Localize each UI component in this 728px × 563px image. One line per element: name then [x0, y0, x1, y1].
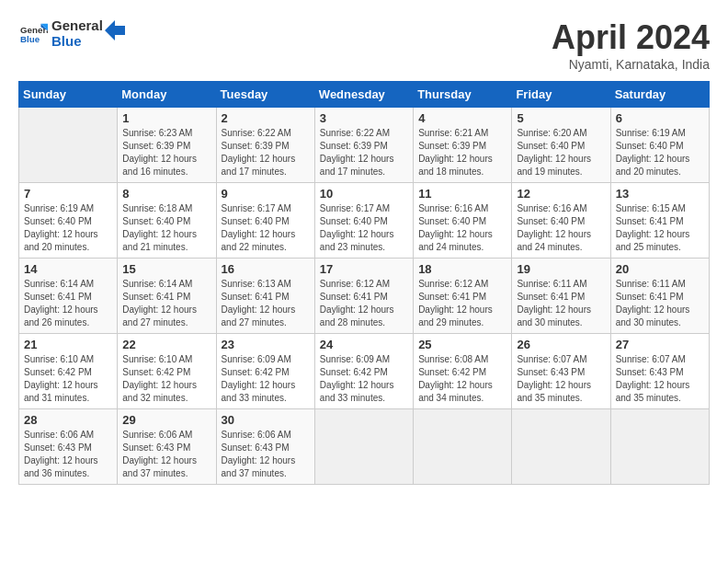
calendar-cell: 9Sunrise: 6:17 AM Sunset: 6:40 PM Daylig… [216, 183, 314, 259]
logo-general-text: General [51, 18, 103, 34]
day-number: 12 [517, 187, 605, 201]
day-header-tuesday: Tuesday [216, 82, 314, 108]
calendar-week-row: 28Sunrise: 6:06 AM Sunset: 6:43 PM Dayli… [19, 409, 710, 485]
day-info: Sunrise: 6:13 AM Sunset: 6:41 PM Dayligh… [222, 278, 310, 329]
logo-arrow-icon [105, 20, 125, 40]
calendar-cell: 20Sunrise: 6:11 AM Sunset: 6:41 PM Dayli… [610, 259, 709, 334]
calendar-cell: 10Sunrise: 6:17 AM Sunset: 6:40 PM Dayli… [314, 183, 413, 259]
day-number: 27 [616, 338, 704, 351]
calendar-week-row: 7Sunrise: 6:19 AM Sunset: 6:40 PM Daylig… [19, 183, 710, 259]
day-info: Sunrise: 6:09 AM Sunset: 6:42 PM Dayligh… [320, 353, 408, 405]
calendar-cell: 2Sunrise: 6:22 AM Sunset: 6:39 PM Daylig… [216, 108, 314, 183]
calendar-cell: 14Sunrise: 6:14 AM Sunset: 6:41 PM Dayli… [19, 259, 118, 334]
day-info: Sunrise: 6:19 AM Sunset: 6:40 PM Dayligh… [24, 202, 112, 254]
day-info: Sunrise: 6:15 AM Sunset: 6:41 PM Dayligh… [616, 202, 704, 254]
day-info: Sunrise: 6:07 AM Sunset: 6:43 PM Dayligh… [616, 353, 704, 405]
day-number: 20 [616, 262, 704, 276]
calendar-cell: 6Sunrise: 6:19 AM Sunset: 6:40 PM Daylig… [610, 108, 709, 183]
day-number: 10 [320, 187, 408, 201]
calendar-cell: 17Sunrise: 6:12 AM Sunset: 6:41 PM Dayli… [314, 259, 413, 334]
logo: General Blue General Blue [18, 18, 125, 49]
day-header-sunday: Sunday [19, 82, 118, 108]
calendar-cell: 16Sunrise: 6:13 AM Sunset: 6:41 PM Dayli… [216, 259, 314, 334]
calendar-week-row: 1Sunrise: 6:23 AM Sunset: 6:39 PM Daylig… [19, 108, 710, 183]
day-number: 19 [517, 262, 605, 276]
calendar-cell [314, 409, 413, 485]
calendar-week-row: 14Sunrise: 6:14 AM Sunset: 6:41 PM Dayli… [19, 259, 710, 334]
page-header: General Blue General Blue April 2024 Nya… [18, 18, 710, 72]
calendar-cell: 12Sunrise: 6:16 AM Sunset: 6:40 PM Dayli… [512, 183, 610, 259]
day-header-wednesday: Wednesday [314, 82, 413, 108]
day-info: Sunrise: 6:12 AM Sunset: 6:41 PM Dayligh… [418, 278, 506, 329]
day-number: 30 [222, 413, 310, 427]
day-info: Sunrise: 6:11 AM Sunset: 6:41 PM Dayligh… [517, 278, 605, 329]
day-header-thursday: Thursday [414, 82, 512, 108]
day-number: 6 [616, 111, 704, 125]
title-area: April 2024 Nyamti, Karnataka, India [552, 18, 710, 72]
calendar-week-row: 21Sunrise: 6:10 AM Sunset: 6:42 PM Dayli… [19, 334, 710, 409]
day-info: Sunrise: 6:12 AM Sunset: 6:41 PM Dayligh… [320, 278, 408, 329]
day-info: Sunrise: 6:20 AM Sunset: 6:40 PM Dayligh… [517, 127, 605, 178]
day-info: Sunrise: 6:21 AM Sunset: 6:39 PM Dayligh… [418, 127, 506, 178]
calendar-cell: 11Sunrise: 6:16 AM Sunset: 6:40 PM Dayli… [414, 183, 512, 259]
day-info: Sunrise: 6:07 AM Sunset: 6:43 PM Dayligh… [517, 353, 605, 405]
calendar-cell: 29Sunrise: 6:06 AM Sunset: 6:43 PM Dayli… [118, 409, 216, 485]
day-number: 4 [418, 111, 506, 125]
day-number: 13 [616, 187, 704, 201]
day-number: 11 [418, 187, 506, 201]
day-number: 15 [122, 262, 210, 276]
day-info: Sunrise: 6:18 AM Sunset: 6:40 PM Dayligh… [122, 202, 210, 254]
calendar-cell: 30Sunrise: 6:06 AM Sunset: 6:43 PM Dayli… [216, 409, 314, 485]
day-number: 22 [122, 338, 210, 351]
calendar-cell [414, 409, 512, 485]
day-info: Sunrise: 6:16 AM Sunset: 6:40 PM Dayligh… [418, 202, 506, 254]
calendar-cell: 7Sunrise: 6:19 AM Sunset: 6:40 PM Daylig… [19, 183, 118, 259]
day-number: 18 [418, 262, 506, 276]
calendar-cell [19, 108, 118, 183]
day-number: 7 [24, 187, 112, 201]
day-info: Sunrise: 6:14 AM Sunset: 6:41 PM Dayligh… [122, 278, 210, 329]
day-number: 29 [122, 413, 210, 427]
day-number: 24 [320, 338, 408, 351]
calendar-cell: 18Sunrise: 6:12 AM Sunset: 6:41 PM Dayli… [414, 259, 512, 334]
calendar-cell: 19Sunrise: 6:11 AM Sunset: 6:41 PM Dayli… [512, 259, 610, 334]
calendar-cell: 15Sunrise: 6:14 AM Sunset: 6:41 PM Dayli… [118, 259, 216, 334]
calendar-cell [610, 409, 709, 485]
calendar-header-row: SundayMondayTuesdayWednesdayThursdayFrid… [19, 82, 710, 108]
calendar-cell: 4Sunrise: 6:21 AM Sunset: 6:39 PM Daylig… [414, 108, 512, 183]
calendar-cell: 26Sunrise: 6:07 AM Sunset: 6:43 PM Dayli… [512, 334, 610, 409]
calendar-cell: 28Sunrise: 6:06 AM Sunset: 6:43 PM Dayli… [19, 409, 118, 485]
day-number: 17 [320, 262, 408, 276]
day-info: Sunrise: 6:10 AM Sunset: 6:42 PM Dayligh… [24, 353, 112, 405]
month-title: April 2024 [552, 18, 710, 57]
day-info: Sunrise: 6:16 AM Sunset: 6:40 PM Dayligh… [517, 202, 605, 254]
day-info: Sunrise: 6:09 AM Sunset: 6:42 PM Dayligh… [222, 353, 310, 405]
day-info: Sunrise: 6:22 AM Sunset: 6:39 PM Dayligh… [222, 127, 310, 178]
day-info: Sunrise: 6:17 AM Sunset: 6:40 PM Dayligh… [320, 202, 408, 254]
calendar-cell: 8Sunrise: 6:18 AM Sunset: 6:40 PM Daylig… [118, 183, 216, 259]
calendar-cell: 1Sunrise: 6:23 AM Sunset: 6:39 PM Daylig… [118, 108, 216, 183]
calendar-cell: 5Sunrise: 6:20 AM Sunset: 6:40 PM Daylig… [512, 108, 610, 183]
location-subtitle: Nyamti, Karnataka, India [552, 57, 710, 72]
day-header-friday: Friday [512, 82, 610, 108]
day-number: 25 [418, 338, 506, 351]
svg-marker-4 [105, 20, 125, 40]
day-info: Sunrise: 6:06 AM Sunset: 6:43 PM Dayligh… [222, 429, 310, 480]
day-number: 5 [517, 111, 605, 125]
day-info: Sunrise: 6:23 AM Sunset: 6:39 PM Dayligh… [122, 127, 210, 178]
day-number: 3 [320, 111, 408, 125]
day-number: 1 [122, 111, 210, 125]
day-number: 23 [222, 338, 310, 351]
calendar-cell: 25Sunrise: 6:08 AM Sunset: 6:42 PM Dayli… [414, 334, 512, 409]
day-header-monday: Monday [118, 82, 216, 108]
svg-text:Blue: Blue [20, 34, 40, 44]
logo-blue-text: Blue [51, 34, 103, 50]
day-number: 8 [122, 187, 210, 201]
day-info: Sunrise: 6:08 AM Sunset: 6:42 PM Dayligh… [418, 353, 506, 405]
day-number: 26 [517, 338, 605, 351]
day-number: 16 [222, 262, 310, 276]
calendar-cell [512, 409, 610, 485]
calendar-cell: 22Sunrise: 6:10 AM Sunset: 6:42 PM Dayli… [118, 334, 216, 409]
calendar-cell: 27Sunrise: 6:07 AM Sunset: 6:43 PM Dayli… [610, 334, 709, 409]
calendar-cell: 21Sunrise: 6:10 AM Sunset: 6:42 PM Dayli… [19, 334, 118, 409]
